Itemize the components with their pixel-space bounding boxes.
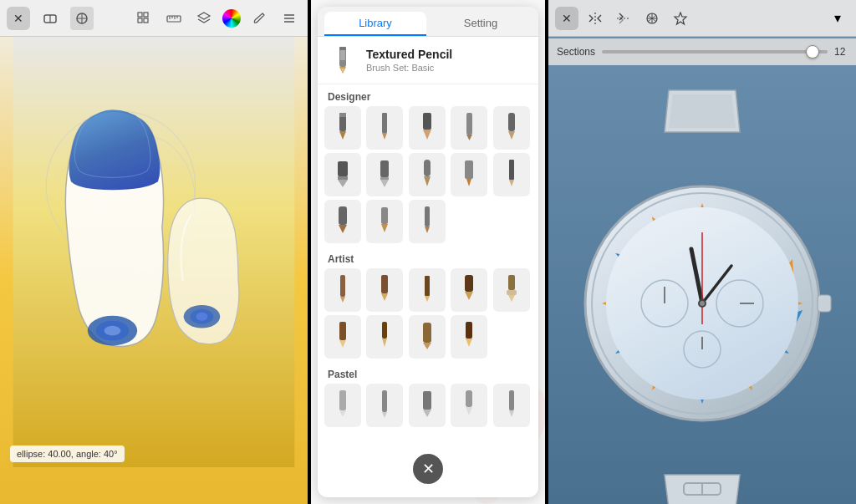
svg-rect-87 [382,390,387,412]
svg-marker-71 [425,296,430,302]
brush-item[interactable] [324,315,361,359]
svg-point-25 [196,313,208,321]
brush-list[interactable]: Designer [318,84,538,497]
svg-rect-42 [423,113,431,130]
svg-rect-93 [509,390,514,410]
selected-brush-header: Textured Pencil Brush Set: Basic [318,37,538,84]
brush-item[interactable] [409,384,446,427]
svg-rect-64 [425,206,430,227]
brush-item[interactable] [366,200,403,243]
brush-item[interactable] [366,153,403,196]
category-artist: Artist [324,247,532,268]
brush-item[interactable] [409,153,446,196]
svg-rect-127 [818,295,831,312]
brush-item[interactable] [493,384,530,427]
eraser-icon[interactable] [38,7,62,30]
svg-rect-54 [424,160,431,176]
brush-item[interactable] [493,106,530,150]
brush-item[interactable] [409,106,446,150]
sections-slider[interactable] [602,50,828,53]
svg-rect-83 [466,322,472,339]
ruler-icon[interactable] [162,7,186,30]
brush-close-button[interactable]: ✕ [413,454,443,484]
svg-rect-56 [465,160,473,179]
svg-rect-52 [380,177,389,180]
watch-toolbar: ✕ [548,0,856,37]
svg-marker-92 [466,407,472,415]
svg-marker-88 [382,412,387,418]
svg-marker-86 [339,410,346,417]
brush-item[interactable] [451,315,487,359]
svg-rect-7 [138,18,142,23]
brush-item[interactable] [366,384,403,427]
brush-item[interactable] [409,200,446,243]
grid-icon[interactable] [132,7,155,30]
close-button[interactable]: ✕ [7,7,30,30]
symmetry-icon[interactable] [583,7,607,30]
svg-marker-84 [466,339,472,347]
watch-drawing-canvas[interactable] [548,65,856,504]
drawing-canvas[interactable] [0,37,308,467]
star-icon[interactable] [669,7,692,30]
svg-rect-5 [138,13,142,17]
brush-item[interactable] [409,315,446,359]
brush-icon[interactable] [247,7,271,30]
watch-toolbar-left: ✕ [555,7,692,30]
brush-item[interactable] [451,106,487,150]
brush-item[interactable] [324,153,361,196]
status-bar: ellipse: 40.00, angle: 40° [10,445,125,462]
svg-rect-79 [382,322,387,339]
brush-tabs: Library Setting [318,7,538,37]
svg-rect-75 [507,290,517,295]
svg-rect-44 [466,113,472,135]
svg-marker-59 [509,180,514,186]
brush-item[interactable] [366,315,403,359]
more-options-icon[interactable]: ▾ [826,7,849,30]
sketch-toolbar: ✕ [0,0,308,37]
brush-item[interactable] [324,200,361,243]
brush-item[interactable] [324,268,361,312]
svg-rect-39 [339,113,346,117]
sections-value: 12 [834,46,848,58]
color-wheel-icon[interactable] [222,9,241,28]
svg-marker-65 [425,227,430,233]
menu-icon[interactable] [278,7,301,30]
watch-close-button[interactable]: ✕ [555,7,578,30]
brush-set: Brush Set: Basic [366,63,452,73]
brush-item[interactable] [324,106,361,150]
mirror-icon[interactable] [612,7,635,30]
brush-item[interactable] [493,268,530,312]
sections-label: Sections [557,46,595,58]
svg-marker-76 [508,295,515,302]
svg-marker-61 [339,225,347,233]
tab-library[interactable]: Library [324,12,426,36]
svg-marker-102 [675,13,686,24]
svg-marker-73 [465,292,473,300]
svg-rect-66 [340,275,345,297]
svg-marker-94 [509,410,514,417]
layers-icon[interactable] [192,7,216,30]
brush-name: Textured Pencil [366,48,452,61]
radial-icon[interactable] [640,7,664,30]
pastel-brush-grid [324,384,532,427]
category-pastel: Pastel [324,362,532,384]
svg-marker-63 [381,224,388,232]
svg-rect-70 [425,276,430,296]
sections-slider-thumb[interactable] [806,45,819,59]
svg-rect-48 [338,161,348,176]
transform-icon[interactable] [70,7,94,30]
tab-setting[interactable]: Setting [430,12,532,36]
brush-item[interactable] [366,268,403,312]
svg-rect-60 [339,206,347,225]
svg-rect-72 [465,275,473,292]
brush-item[interactable] [451,153,487,196]
brush-item[interactable] [366,106,403,150]
svg-marker-45 [466,135,472,140]
brush-item[interactable] [409,268,446,312]
brush-item[interactable] [324,384,361,427]
toolbar-right-icons [132,7,301,30]
brush-item[interactable] [451,384,487,427]
svg-rect-40 [382,113,387,133]
brush-item[interactable] [451,268,487,312]
brush-item[interactable] [493,153,530,196]
